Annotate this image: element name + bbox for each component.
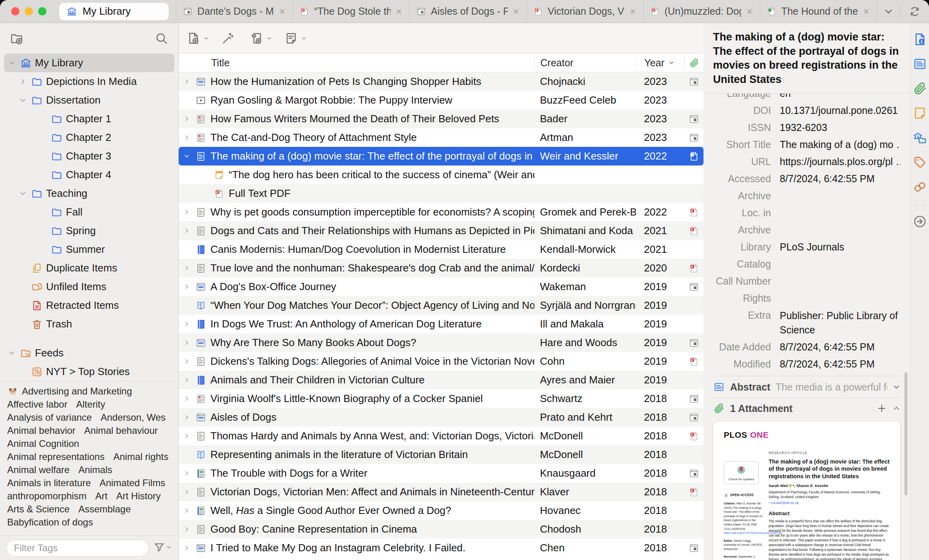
reader-tab[interactable]: “The Dog Stole the P	[293, 0, 410, 23]
attachment-pdf-preview[interactable]: PLOSONE Check for updates OPEN ACCESS	[713, 421, 900, 560]
tag-item[interactable]: Animal behavior	[7, 424, 75, 437]
toolbar-button[interactable]	[284, 31, 307, 45]
close-icon[interactable]	[395, 8, 403, 15]
tag-item[interactable]: Animal behaviour	[84, 424, 158, 437]
twisty-icon[interactable]	[183, 395, 195, 402]
item-row[interactable]: Dogs and Cats and Their Relationships wi…	[179, 221, 703, 240]
collection-row[interactable]: Teaching	[4, 184, 174, 203]
tag-item[interactable]: Animals	[78, 463, 112, 476]
close-icon[interactable]	[862, 8, 870, 15]
collection-row[interactable]: My Library	[4, 54, 174, 72]
field-value[interactable]: 8/7/2024, 6:42:55 PM	[780, 170, 900, 187]
close-icon[interactable]	[629, 8, 637, 15]
collection-row[interactable]: Chapter 4	[4, 165, 174, 184]
tab-my-library[interactable]: My Library	[59, 3, 169, 20]
tag-item[interactable]: Arts & Science	[7, 502, 69, 516]
scrollbar[interactable]	[904, 372, 908, 495]
sidenav-button[interactable]	[912, 56, 927, 73]
item-row[interactable]: Good Boy: Canine Representation in Cinem…	[179, 520, 703, 539]
reader-tab[interactable]: Aisles of Dogs - Pra	[410, 0, 526, 23]
sidenav-button[interactable]	[912, 32, 927, 48]
field-value[interactable]: 8/7/2024, 6:42:55 PM	[780, 356, 900, 373]
twisty-icon[interactable]	[183, 339, 195, 346]
twisty-icon[interactable]	[183, 265, 195, 271]
field-value[interactable]: PLoS Journals	[780, 239, 900, 273]
metadata-field[interactable]: Short Title The making of a (dog) mo …	[713, 136, 900, 153]
item-row[interactable]: Full Text PDF	[179, 184, 703, 203]
reader-tab[interactable]: (Un)muzzled: Dogs i	[644, 0, 760, 23]
twisty-icon[interactable]	[183, 507, 195, 514]
sidenav-button[interactable]	[912, 130, 927, 147]
sidenav-button[interactable]	[912, 81, 927, 98]
metadata-field[interactable]: URL https://journals.plos.org/pl …	[713, 153, 900, 170]
collection-row[interactable]: Summer	[4, 240, 174, 259]
collection-row[interactable]: Retracted Items	[4, 296, 174, 315]
tag-item[interactable]: Assemblage	[78, 502, 131, 516]
item-row[interactable]: Representing animals in the literature o…	[179, 445, 703, 464]
item-row[interactable]: True love and the nonhuman: Shakespeare'…	[179, 259, 703, 277]
tag-item[interactable]: Animal welfare	[7, 463, 69, 476]
field-value[interactable]: en	[780, 94, 900, 102]
reader-tab[interactable]: The Hound of the Ba	[760, 0, 877, 23]
collapse-attachments-icon[interactable]	[892, 404, 900, 412]
collection-row[interactable]: Fall	[4, 203, 174, 221]
sidenav-button[interactable]	[912, 214, 927, 231]
sidenav-button[interactable]	[912, 179, 927, 196]
twisty-icon[interactable]	[183, 134, 195, 141]
collection-row[interactable]: Dissertation	[4, 91, 174, 110]
twisty-icon[interactable]	[183, 470, 195, 477]
collection-row[interactable]: NYT > Top Stories	[4, 362, 174, 381]
field-value[interactable]: Publisher: Public Library of Science	[780, 307, 900, 339]
item-row[interactable]: Dickens's Talking Dogs: Allegories of An…	[179, 352, 703, 371]
tag-filter-options-button[interactable]	[153, 541, 172, 555]
close-icon[interactable]	[512, 8, 520, 15]
item-row[interactable]: Ryan Gosling & Margot Robbie: The Puppy …	[179, 91, 703, 110]
metadata-field[interactable]: Accessed 8/7/2024, 6:42:55 PM	[713, 170, 900, 187]
reader-tab[interactable]: Victorian Dogs, Vict	[527, 0, 644, 23]
collection-row[interactable]: Depictions In Media	[4, 72, 174, 91]
close-icon[interactable]	[746, 8, 754, 15]
metadata-field[interactable]: Language en	[713, 94, 900, 102]
collection-row[interactable]: Chapter 2	[4, 128, 174, 147]
collection-row[interactable]: Feeds	[4, 344, 174, 362]
item-row[interactable]: How Famous Writers Mourned the Death of …	[179, 110, 703, 128]
metadata-field[interactable]: Rights	[713, 290, 900, 307]
tag-item[interactable]: Babyfication of dogs	[7, 516, 93, 529]
field-value[interactable]	[780, 273, 900, 290]
field-value[interactable]: 10.1371/journal.pone.0261 …	[780, 102, 900, 119]
collection-row[interactable]: Duplicate Items	[4, 259, 174, 277]
collections-search-button[interactable]	[154, 31, 169, 46]
tab-overflow-button[interactable]	[877, 6, 900, 17]
collection-row[interactable]: Unfiled Items	[4, 277, 174, 296]
column-header-year[interactable]: Year	[636, 57, 684, 69]
tag-item[interactable]: Animal representations	[7, 450, 104, 463]
reader-tab[interactable]: Dante’s Dogs - Mang	[176, 0, 293, 23]
twisty-icon[interactable]	[183, 153, 195, 160]
field-value[interactable]	[780, 187, 900, 204]
tag-item[interactable]: Anderson, Wes	[100, 411, 166, 424]
sidenav-button[interactable]	[912, 106, 927, 122]
toolbar-button[interactable]	[221, 31, 238, 45]
item-row[interactable]: Thomas Hardy and Animals by Anna West, a…	[179, 427, 703, 445]
item-row[interactable]: Aisles of Dogs Prato and Kehrt 2018	[179, 408, 703, 427]
collection-row[interactable]: Chapter 3	[4, 147, 174, 165]
metadata-field[interactable]: Date Added 8/7/2024, 6:42:55 PM	[713, 339, 900, 356]
metadata-field[interactable]: DOI 10.1371/journal.pone.0261 …	[713, 102, 900, 119]
metadata-field[interactable]: Loc. in Archive	[713, 204, 900, 239]
field-value[interactable]: 1932-6203	[780, 119, 900, 136]
add-attachment-button[interactable]	[876, 403, 887, 414]
item-row[interactable]: Victorian Dogs, Victorian Men: Affect an…	[179, 483, 703, 501]
collection-row[interactable]: Trash	[4, 315, 174, 333]
twisty-icon[interactable]	[183, 78, 195, 85]
tag-item[interactable]: anthropomorphism	[7, 489, 87, 502]
column-header-creator[interactable]: Creator	[534, 57, 636, 69]
item-row[interactable]: Canis Modernis: Human/Dog Coevolution in…	[179, 240, 703, 259]
new-collection-button[interactable]	[10, 31, 24, 46]
item-row[interactable]: “When Your Dog Matches Your Decor”: Obje…	[179, 296, 703, 315]
column-header-attachment[interactable]	[684, 57, 703, 69]
item-row[interactable]: “The dog hero has been critical to the s…	[179, 165, 703, 184]
zoom-window-button[interactable]	[38, 7, 46, 15]
expand-abstract-icon[interactable]	[892, 383, 900, 391]
twisty-icon[interactable]	[183, 115, 195, 122]
toolbar-button[interactable]	[187, 31, 209, 45]
